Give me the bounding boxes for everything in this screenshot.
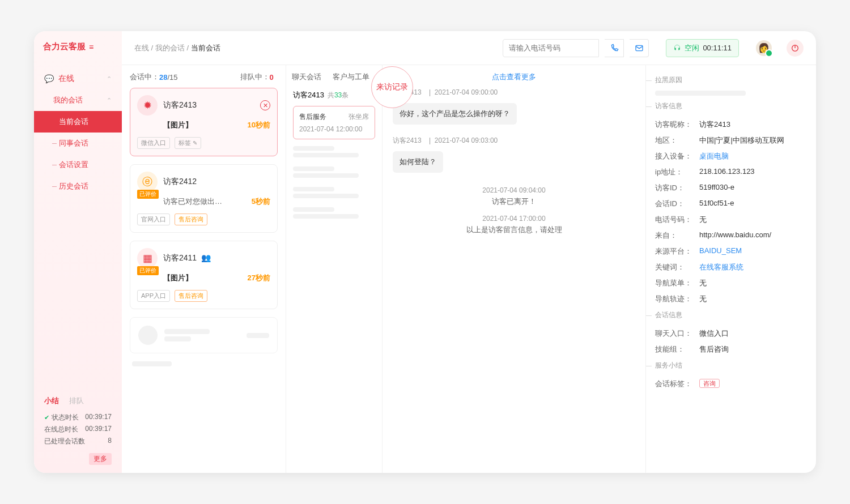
history-visitor: 访客2413 [293, 90, 324, 100]
nav-trace: 无 [699, 294, 805, 304]
nav-online[interactable]: 💬 在线 ⌃ [34, 68, 122, 89]
breadcrumb: 在线 / 我的会话 / 当前会话 [134, 43, 220, 53]
nav: 💬 在线 ⌃ 我的会话 ⌃ 当前会话 同事会话 会话设置 历史会话 [34, 63, 122, 394]
category-tag: 售后咨询 [175, 213, 207, 225]
close-icon[interactable]: ✕ [260, 100, 270, 110]
chat-bubble: 你好，这个产品是怎么操作的呀？ [393, 103, 517, 125]
record-datetime: 2021-07-04 12:00:00 [299, 125, 369, 133]
more-button[interactable]: 更多 [89, 453, 112, 465]
visitor-region: 中国|宁夏|中国移动互联网 [699, 135, 805, 146]
load-more-link[interactable]: 点击查看更多 [393, 72, 635, 82]
phone-input[interactable] [503, 39, 599, 57]
stat-handled-v: 8 [108, 437, 112, 446]
nav-my-sessions-label: 我的会话 [53, 95, 83, 105]
visitor-nick: 访客2413 [699, 119, 805, 130]
stat-online-dur-k: 在线总时长 [44, 425, 78, 434]
history-column: 聊天会话 客户与工单 来访记录 访客2413 共33条 售后服务张坐席 2021… [286, 65, 382, 473]
source-platform[interactable]: BAIDU_SEM [699, 246, 805, 257]
power-button[interactable] [787, 40, 804, 57]
status-pill[interactable]: 空闲 00:11:11 [666, 39, 739, 57]
chat-transcript: 点击查看更多 访客2413 | 2021-07-04 09:00:00 你好，这… [382, 65, 646, 473]
tab-customer[interactable]: 客户与工单 [333, 72, 369, 82]
phone-icon [610, 44, 619, 53]
time-ago: 27秒前 [248, 273, 270, 283]
session-tag[interactable]: 咨询 [699, 379, 720, 388]
chat-entry: 微信入口 [699, 328, 805, 339]
agent-name: 张坐席 [348, 112, 369, 122]
visit-record-badge[interactable]: 来访记录 [371, 66, 413, 108]
conversation-list: 会话中： 28 /15 排队中： 0 ✹ 访客2413 ✕ 【图片】10秒前 [122, 65, 286, 473]
tab-chat[interactable]: 聊天会话 [292, 72, 321, 82]
source-tag: APP入口 [137, 290, 170, 302]
system-time: 2021-07-04 09:04:00 [393, 186, 635, 194]
app-window: 合力云客服 ≡ 💬 在线 ⌃ 我的会话 ⌃ 当前会话 同事会话 会话设置 历史会… [34, 31, 816, 473]
skeleton [132, 361, 172, 366]
system-msg: 访客已离开！ [393, 197, 635, 207]
source-tag: 微信入口 [137, 137, 170, 149]
skeleton-card [130, 317, 278, 353]
visitor-device[interactable]: 桌面电脑 [699, 151, 805, 161]
stat-online-dur-v: 00:39:17 [85, 425, 112, 434]
conversation-card[interactable]: ⓔ 访客2412 已评价 访客已对您做出…5秒前 官网入口 售后咨询 [130, 164, 278, 233]
label-tag[interactable]: 标签✎ [175, 137, 201, 149]
session-id: 51f0cf51-e [699, 199, 805, 209]
nav-current-session[interactable]: 当前会话 [34, 111, 122, 133]
tab-summary[interactable]: 小结 [44, 396, 59, 406]
history-header: 访客2413 共33条 [286, 90, 382, 106]
section-session: 会话信息 [655, 310, 805, 320]
source-tag: 官网入口 [137, 213, 170, 225]
nav-my-sessions[interactable]: 我的会话 ⌃ [34, 89, 122, 111]
visitor-phone: 无 [699, 215, 805, 225]
chat-icon: 💬 [44, 74, 54, 83]
skeleton [293, 146, 375, 157]
info-panel: 拉黑原因 访客信息 访客昵称：访客2413 地区：中国|宁夏|中国移动互联网 接… [646, 65, 816, 473]
skeleton [293, 207, 375, 219]
skeleton [655, 91, 746, 96]
conversation-card[interactable]: ✹ 访客2413 ✕ 【图片】10秒前 微信入口 标签✎ [130, 88, 278, 156]
wechat-icon: ✹ [137, 95, 158, 116]
section-visitor: 访客信息 [655, 101, 805, 111]
logo: 合力云客服 ≡ [34, 41, 122, 63]
last-msg: 【图片】 [163, 120, 193, 130]
main: 在线 / 我的会话 / 当前会话 空闲 00:11:11 👩 [122, 31, 816, 473]
visitor-name: 访客2413 [163, 100, 197, 110]
system-time: 2021-07-04 17:00:00 [393, 215, 635, 223]
visitor-from: http://www.baidu.com/ [699, 230, 805, 241]
skeleton [293, 187, 375, 198]
history-record[interactable]: 售后服务张坐席 2021-07-04 12:00:00 [293, 106, 375, 139]
menu-icon[interactable]: ≡ [89, 42, 94, 52]
skeleton [293, 166, 375, 178]
visitor-ip: 218.106.123.123 [699, 167, 805, 177]
conversation-card[interactable]: ▦ 访客2411 👥 已评价 【图片】27秒前 APP入口 售后咨询 [130, 241, 278, 309]
nav-session-settings[interactable]: 会话设置 [34, 154, 122, 176]
visitor-name: 访客2412 [163, 177, 197, 187]
sidebar-stats: 状态时长00:39:17 在线总时长00:39:17 已处理会话数8 [34, 409, 122, 450]
rated-badge: 已评价 [137, 190, 159, 199]
sidebar: 合力云客服 ≡ 💬 在线 ⌃ 我的会话 ⌃ 当前会话 同事会话 会话设置 历史会… [34, 31, 122, 473]
stat-status-dur-k: 状态时长 [44, 413, 79, 422]
detail-tabs: 聊天会话 客户与工单 来访记录 [286, 72, 382, 90]
service-type: 售后服务 [299, 112, 326, 122]
avatar[interactable]: 👩 [756, 40, 772, 56]
nav-history-session[interactable]: 历史会话 [34, 176, 122, 197]
system-msg: 以上是访客留言信息，请处理 [393, 225, 635, 235]
keyword[interactable]: 在线客服系统 [699, 262, 805, 272]
headset-icon [673, 44, 681, 52]
groupmate-icon: 👥 [199, 253, 211, 262]
nav-colleague-session[interactable]: 同事会话 [34, 133, 122, 154]
time-ago: 10秒前 [248, 120, 270, 130]
call-button[interactable] [605, 39, 624, 57]
msg-meta: 访客2413 | 2021-07-04 09:03:00 [393, 136, 635, 146]
stat-handled-k: 已处理会话数 [44, 437, 85, 446]
logo-text: 合力云客服 [43, 41, 86, 52]
last-msg: 【图片】 [163, 273, 193, 283]
mail-button[interactable] [630, 39, 649, 57]
tab-queue[interactable]: 排队 [69, 396, 84, 406]
nav-menu: 无 [699, 278, 805, 288]
stat-status-dur-v: 00:39:17 [85, 413, 112, 422]
time-ago: 5秒前 [252, 197, 270, 207]
msg-meta: 访客2413 | 2021-07-04 09:00:00 [393, 88, 635, 97]
section-blacklist: 拉黑原因 [655, 75, 805, 85]
skill-group: 售后咨询 [699, 344, 805, 354]
status-label: 空闲 [685, 43, 699, 53]
